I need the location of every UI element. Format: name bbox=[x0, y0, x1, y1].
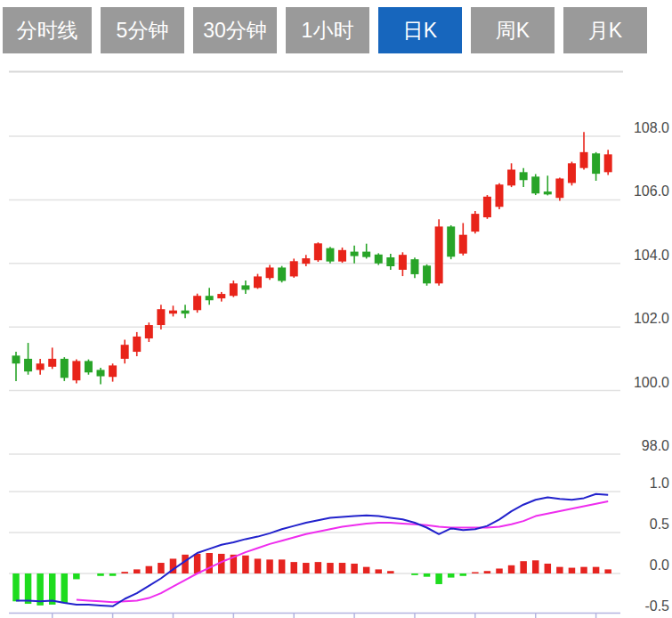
tab-monthly-k[interactable]: 月K bbox=[563, 7, 647, 53]
tab-minute-line[interactable]: 分时线 bbox=[3, 7, 92, 53]
kline-chart-app: 108.0106.0104.0102.0100.098.01.00.50.0-0… bbox=[0, 0, 672, 618]
svg-text:106.0: 106.0 bbox=[634, 183, 669, 199]
tab-5min[interactable]: 5分钟 bbox=[101, 7, 184, 53]
tab-daily-k[interactable]: 日K bbox=[378, 7, 462, 53]
tab-30min[interactable]: 30分钟 bbox=[193, 7, 277, 53]
interval-toolbar: 分时线 5分钟 30分钟 1小时 日K 周K 月K bbox=[3, 7, 647, 53]
svg-text:104.0: 104.0 bbox=[634, 248, 669, 263]
svg-text:0.0: 0.0 bbox=[650, 557, 669, 573]
candlestick-panel: 108.0106.0104.0102.0100.098.0 bbox=[9, 72, 669, 455]
svg-text:0.5: 0.5 bbox=[650, 516, 669, 532]
svg-text:100.0: 100.0 bbox=[634, 375, 669, 390]
x-axis bbox=[9, 614, 620, 618]
svg-text:-0.5: -0.5 bbox=[644, 598, 669, 614]
tab-1hour[interactable]: 1小时 bbox=[286, 7, 369, 53]
tab-weekly-k[interactable]: 周K bbox=[471, 7, 555, 53]
svg-text:1.0: 1.0 bbox=[650, 476, 669, 491]
svg-text:108.0: 108.0 bbox=[634, 120, 669, 135]
svg-text:102.0: 102.0 bbox=[634, 311, 669, 326]
svg-text:98.0: 98.0 bbox=[642, 438, 669, 453]
chart-canvas: 108.0106.0104.0102.0100.098.01.00.50.0-0… bbox=[0, 0, 672, 618]
macd-panel: 1.00.50.0-0.5 bbox=[9, 476, 669, 614]
